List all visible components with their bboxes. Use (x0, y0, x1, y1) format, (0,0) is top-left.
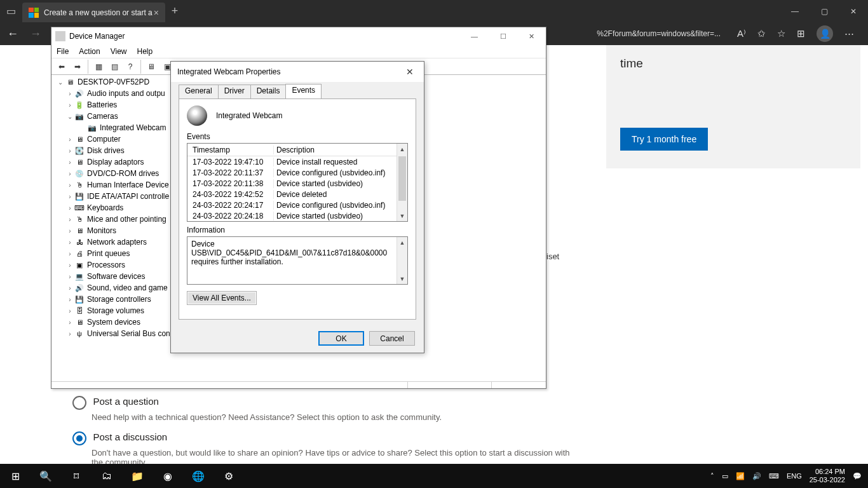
help-icon[interactable]: ? (123, 60, 137, 74)
menu-file[interactable]: File (57, 47, 69, 56)
tab-events[interactable]: Events (285, 84, 322, 98)
clock[interactable]: 06:24 PM 25-03-2022 (810, 468, 845, 484)
chevron-icon[interactable] (78, 125, 87, 132)
close-icon[interactable]: ✕ (839, 0, 868, 22)
wifi-icon[interactable]: 📶 (736, 472, 745, 480)
back-icon[interactable]: ← (5, 27, 20, 41)
language-indicator[interactable]: ENG (787, 472, 802, 480)
menu-view[interactable]: View (111, 47, 127, 56)
back-icon[interactable]: ⬅ (55, 60, 69, 74)
event-row[interactable]: 24-03-2022 19:42:52Device deleted (187, 189, 397, 200)
post-discussion-option[interactable]: Post a discussion Don't have a question,… (72, 431, 574, 467)
browser-tab[interactable]: Create a new question or start a × (22, 3, 165, 22)
close-icon[interactable]: × (154, 8, 159, 18)
events-listbox[interactable]: Timestamp Description 17-03-2022 19:47:1… (187, 143, 408, 222)
volume-icon[interactable]: 🔊 (752, 472, 761, 480)
properties-icon[interactable]: ▤ (107, 60, 121, 74)
information-box[interactable]: Device USB\VID_0C45&PID_641D&MI_00\7&11c… (187, 236, 408, 285)
chevron-icon[interactable]: › (65, 193, 74, 200)
chevron-icon[interactable]: › (65, 216, 74, 223)
chevron-icon[interactable]: › (65, 136, 74, 143)
chevron-icon[interactable]: › (65, 262, 74, 269)
chevron-icon[interactable]: › (65, 239, 74, 246)
taskbar-app[interactable]: ⚙ (214, 464, 244, 488)
url-fragment[interactable]: %2Fforum&forum=windows&filter=... (597, 29, 721, 38)
favorites-icon[interactable]: ☆ (777, 28, 785, 39)
close-icon[interactable]: ✕ (396, 62, 424, 82)
tab-general[interactable]: General (179, 85, 219, 99)
event-row[interactable]: 24-03-2022 20:24:18Device started (usbvi… (187, 210, 397, 221)
chevron-icon[interactable]: › (65, 170, 74, 177)
new-tab-button[interactable]: + (165, 4, 184, 18)
show-hide-icon[interactable]: ▦ (92, 60, 105, 74)
event-row[interactable]: 17-03-2022 19:47:10Device install reques… (187, 156, 397, 167)
col-timestamp[interactable]: Timestamp (187, 146, 273, 154)
scroll-up-icon[interactable]: ▲ (397, 144, 407, 154)
profile-icon[interactable]: 👤 (817, 25, 833, 42)
chevron-icon[interactable]: › (65, 285, 74, 292)
try-free-button[interactable]: Try 1 month free (620, 128, 708, 151)
keyboard-icon[interactable]: ⌨ (769, 472, 779, 480)
radio-icon[interactable] (72, 396, 86, 410)
scroll-down-icon[interactable]: ▼ (397, 210, 407, 221)
scroll-thumb[interactable] (398, 156, 406, 201)
chevron-icon[interactable]: › (65, 159, 74, 166)
chevron-icon[interactable]: › (65, 250, 74, 257)
menu-help[interactable]: Help (137, 47, 153, 56)
chevron-icon[interactable]: › (65, 102, 74, 109)
radio-icon[interactable] (72, 431, 86, 445)
chevron-icon[interactable]: › (65, 182, 74, 189)
menu-action[interactable]: Action (79, 47, 100, 56)
chevron-icon[interactable]: › (65, 90, 74, 97)
scrollbar[interactable]: ▲ ▼ (397, 144, 407, 221)
chevron-icon[interactable]: › (65, 273, 74, 280)
col-description[interactable]: Description (273, 146, 407, 154)
maximize-icon[interactable]: ☐ (489, 27, 517, 45)
notifications-icon[interactable]: 💬 (853, 472, 862, 480)
maximize-icon[interactable]: ▢ (810, 0, 839, 22)
forward-icon[interactable]: ➡ (71, 60, 85, 74)
event-description: Device started (usbvideo) (273, 179, 397, 188)
event-row[interactable]: 24-03-2022 20:24:17Device configured (us… (187, 200, 397, 210)
collections-icon[interactable]: ⊞ (797, 28, 805, 39)
battery-icon[interactable]: ▭ (722, 472, 728, 480)
event-timestamp: 24-03-2022 20:24:18 (187, 212, 273, 220)
ok-button[interactable]: OK (318, 331, 364, 346)
chevron-icon[interactable]: › (65, 147, 74, 154)
cancel-button[interactable]: Cancel (369, 331, 415, 346)
event-row[interactable]: 17-03-2022 20:11:38Device started (usbvi… (187, 178, 397, 189)
more-icon[interactable]: ⋯ (844, 28, 854, 39)
file-explorer-icon[interactable]: 📁 (122, 464, 153, 488)
taskbar-app[interactable]: 🗂 (92, 464, 122, 488)
tab-details[interactable]: Details (250, 85, 287, 99)
close-icon[interactable]: ✕ (517, 27, 546, 45)
event-row[interactable]: 17-03-2022 20:11:37Device configured (us… (187, 167, 397, 178)
read-aloud-icon[interactable]: A⁾ (737, 28, 746, 39)
edge-icon[interactable]: 🌐 (183, 464, 214, 488)
chrome-icon[interactable]: ◉ (153, 464, 183, 488)
minimize-icon[interactable]: — (780, 0, 810, 22)
chevron-icon[interactable]: › (65, 205, 74, 212)
task-view-icon[interactable]: ⌑ (61, 464, 92, 488)
start-button[interactable]: ⊞ (0, 464, 31, 488)
dialog-titlebar[interactable]: Integrated Webcam Properties ✕ (171, 62, 424, 82)
view-all-events-button[interactable]: View All Events... (187, 291, 257, 305)
chevron-icon[interactable]: › (65, 319, 74, 326)
chevron-icon[interactable]: › (65, 330, 74, 337)
tray-chevron-icon[interactable]: ˄ (710, 472, 714, 480)
tab-actions-icon[interactable]: ▭ (0, 0, 22, 22)
event-description: Device configured (usbvideo.inf) (273, 168, 397, 177)
tab-driver[interactable]: Driver (218, 85, 251, 99)
chevron-down-icon[interactable]: ⌄ (56, 79, 65, 86)
scan-icon[interactable]: 🖥 (144, 60, 158, 74)
chevron-icon[interactable]: › (65, 296, 74, 303)
search-icon[interactable]: 🔍 (31, 464, 61, 488)
chevron-icon[interactable]: › (65, 308, 74, 315)
dm-titlebar[interactable]: Device Manager — ☐ ✕ (51, 27, 546, 45)
favorite-add-icon[interactable]: ✩ (757, 28, 766, 39)
chevron-icon[interactable]: ⌄ (65, 113, 74, 120)
minimize-icon[interactable]: — (460, 27, 489, 45)
chevron-icon[interactable]: › (65, 227, 74, 234)
post-question-option[interactable]: Post a question Need help with a technic… (72, 396, 442, 422)
device-type-icon: 🖥 (74, 317, 85, 327)
